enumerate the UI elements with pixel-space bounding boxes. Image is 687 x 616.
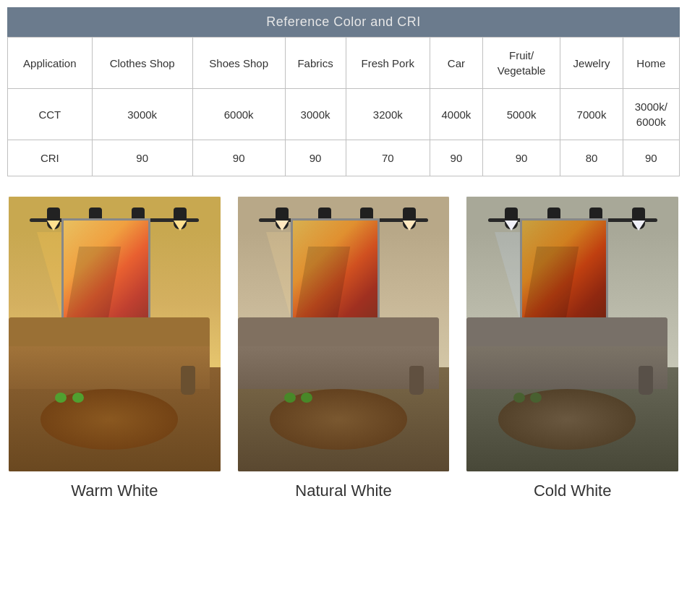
light-fixture-4 xyxy=(632,208,645,229)
natural-room-scene xyxy=(238,197,450,471)
cri-car: 90 xyxy=(430,140,483,176)
light-fixture-4 xyxy=(403,208,416,229)
sofa xyxy=(238,317,439,389)
header-application: Application xyxy=(8,38,93,89)
header-clothes-shop: Clothes Shop xyxy=(92,38,192,89)
cri-home: 90 xyxy=(623,140,679,176)
vase xyxy=(639,359,653,395)
header-fresh-pork: Fresh Pork xyxy=(346,38,430,89)
header-fabrics: Fabrics xyxy=(285,38,346,89)
cct-row: CCT 3000k 6000k 3000k 3200k 4000k 5000k … xyxy=(8,89,680,140)
cct-fabrics: 3000k xyxy=(285,89,346,140)
cri-label: CRI xyxy=(8,140,93,176)
vase-body xyxy=(639,366,653,395)
cct-fruit-veg: 5000k xyxy=(482,89,560,140)
cct-jewelry: 7000k xyxy=(560,89,623,140)
vase-body xyxy=(181,366,195,395)
sofa-back xyxy=(466,317,667,346)
warm-white-card: Warm White xyxy=(3,197,226,508)
cri-jewelry: 80 xyxy=(560,140,623,176)
light-fixture-1 xyxy=(505,208,518,229)
page-container: Reference Color and CRI Application Clot… xyxy=(0,0,687,522)
sofa xyxy=(9,317,210,389)
cct-fresh-pork: 3200k xyxy=(346,89,430,140)
natural-white-image xyxy=(238,197,450,471)
cri-clothes: 90 xyxy=(92,140,192,176)
cold-room-scene xyxy=(466,197,678,471)
warm-room-scene xyxy=(9,197,221,471)
table-section: Reference Color and CRI Application Clot… xyxy=(0,0,687,191)
sofa-back xyxy=(238,317,439,346)
vase-body xyxy=(409,366,424,395)
natural-white-label: Natural White xyxy=(295,482,391,500)
light-fixture-1 xyxy=(276,208,289,229)
cri-fabrics: 90 xyxy=(285,140,346,176)
natural-white-card: Natural White xyxy=(232,197,456,508)
apple-1 xyxy=(513,393,525,403)
apple-2 xyxy=(72,393,84,403)
vase xyxy=(409,359,424,395)
reference-table: Application Clothes Shop Shoes Shop Fabr… xyxy=(7,37,680,176)
header-shoes-shop: Shoes Shop xyxy=(192,38,285,89)
cct-home: 3000k/6000k xyxy=(623,89,679,140)
cri-row: CRI 90 90 90 70 90 90 80 90 xyxy=(8,140,680,176)
header-car: Car xyxy=(430,38,483,89)
cold-white-label: Cold White xyxy=(534,482,612,500)
cri-fruit-veg: 90 xyxy=(482,140,560,176)
cct-shoes: 6000k xyxy=(192,89,285,140)
cri-shoes: 90 xyxy=(192,140,285,176)
sofa-back xyxy=(9,317,210,346)
apple-1 xyxy=(284,393,296,403)
cct-label: CCT xyxy=(8,89,93,140)
cri-fresh-pork: 70 xyxy=(346,140,430,176)
header-row: Application Clothes Shop Shoes Shop Fabr… xyxy=(8,38,680,89)
header-home: Home xyxy=(623,38,679,89)
warm-white-label: Warm White xyxy=(71,482,158,500)
light-fixture-1 xyxy=(47,208,60,229)
cct-clothes: 3000k xyxy=(92,89,192,140)
header-jewelry: Jewelry xyxy=(560,38,623,89)
cold-white-image xyxy=(466,197,678,471)
cold-white-card: Cold White xyxy=(461,197,684,508)
warm-white-image xyxy=(9,197,221,471)
images-section: Warm White xyxy=(0,191,687,522)
table-title: Reference Color and CRI xyxy=(7,7,680,37)
vase xyxy=(181,359,195,395)
sofa xyxy=(466,317,667,389)
cct-car: 4000k xyxy=(430,89,483,140)
header-fruit-veg: Fruit/Vegetable xyxy=(482,38,560,89)
light-fixture-4 xyxy=(174,208,187,229)
